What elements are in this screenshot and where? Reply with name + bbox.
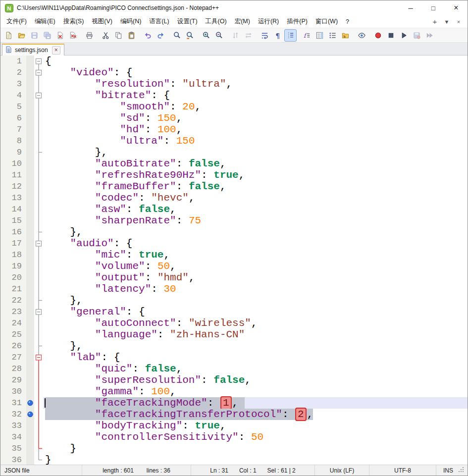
fold-toggle-icon[interactable] — [34, 90, 43, 101]
line-number[interactable]: 2 — [0, 67, 26, 78]
fold-toggle-icon[interactable] — [34, 55, 43, 67]
line-number[interactable]: 1 — [0, 55, 26, 67]
fold-line-cell[interactable] — [34, 204, 43, 215]
code-line[interactable]: }, — [43, 340, 468, 352]
code-line[interactable]: }, — [43, 295, 468, 306]
redo-button[interactable] — [155, 29, 167, 42]
fold-line-cell[interactable] — [34, 295, 43, 306]
document-map-button[interactable] — [313, 29, 326, 42]
fold-line-cell[interactable] — [34, 101, 43, 112]
code-line[interactable]: "bodyTracking": true, — [43, 420, 468, 431]
bookmark-cell[interactable] — [26, 238, 34, 249]
code-line[interactable]: "autoConnect": "wireless", — [43, 317, 468, 329]
menu-edit[interactable]: 编辑(E) — [31, 16, 59, 27]
macro-save-button[interactable] — [411, 29, 423, 42]
line-number[interactable]: 17 — [0, 238, 26, 249]
new-tab-button[interactable]: + — [430, 17, 440, 26]
fold-line-cell[interactable] — [34, 192, 43, 204]
replace-button[interactable] — [184, 29, 196, 42]
line-number[interactable]: 3 — [0, 78, 26, 90]
bookmark-cell[interactable] — [26, 169, 34, 181]
zoom-in-button[interactable] — [200, 29, 212, 42]
code-line[interactable]: "ultra": 150 — [43, 135, 468, 147]
fold-line-cell[interactable] — [34, 409, 43, 420]
code-line[interactable]: } — [43, 443, 468, 454]
bookmark-cell[interactable] — [26, 454, 34, 465]
code-line[interactable]: "sd": 150, — [43, 112, 468, 124]
fold-line-cell[interactable] — [34, 420, 43, 431]
bookmark-cell[interactable] — [26, 124, 34, 135]
menu-plugins[interactable]: 插件(P) — [283, 16, 312, 27]
line-number[interactable]: 4 — [0, 90, 26, 101]
bookmark-cell[interactable] — [26, 386, 34, 397]
code-line[interactable]: "gamma": 100, — [43, 386, 468, 397]
bookmark-cell[interactable] — [26, 352, 34, 363]
fold-line-cell[interactable] — [34, 374, 43, 386]
fold-line-cell[interactable] — [34, 431, 43, 443]
bookmark-icon[interactable] — [26, 397, 34, 409]
line-number[interactable]: 27 — [0, 352, 26, 363]
line-number[interactable]: 25 — [0, 329, 26, 340]
bookmark-cell[interactable] — [26, 295, 34, 306]
line-number[interactable]: 9 — [0, 147, 26, 158]
fold-line-cell[interactable] — [34, 363, 43, 374]
line-number[interactable]: 30 — [0, 386, 26, 397]
line-number[interactable]: 28 — [0, 363, 26, 374]
fold-line-cell[interactable] — [34, 272, 43, 283]
maximize-button[interactable]: □ — [422, 0, 445, 15]
undo-button[interactable] — [142, 29, 154, 42]
bookmark-cell[interactable] — [26, 340, 34, 352]
fold-line-cell[interactable] — [34, 261, 43, 272]
bookmark-cell[interactable] — [26, 272, 34, 283]
code-line[interactable]: { — [43, 55, 468, 67]
fold-line-cell[interactable] — [34, 112, 43, 124]
line-number[interactable]: 29 — [0, 374, 26, 386]
show-all-characters-button[interactable]: ¶ — [271, 29, 284, 42]
line-number[interactable]: 14 — [0, 204, 26, 215]
word-wrap-button[interactable] — [259, 29, 271, 42]
bookmark-cell[interactable] — [26, 158, 34, 169]
line-number[interactable]: 22 — [0, 295, 26, 306]
bookmark-cell[interactable] — [26, 181, 34, 192]
code-line[interactable]: "faceTrackingTransferProtocol": 2, — [43, 409, 468, 420]
function-list-button[interactable]: f — [301, 29, 313, 42]
code-line[interactable]: } — [43, 454, 468, 465]
bookmark-cell[interactable] — [26, 78, 34, 90]
fold-line-cell[interactable] — [34, 283, 43, 295]
fold-toggle-icon[interactable] — [34, 238, 43, 249]
bookmark-cell[interactable] — [26, 283, 34, 295]
bookmark-cell[interactable] — [26, 67, 34, 78]
fold-line-cell[interactable] — [34, 169, 43, 181]
line-number[interactable]: 24 — [0, 317, 26, 329]
macro-run-multiple-button[interactable] — [423, 29, 436, 42]
fold-line-cell[interactable] — [34, 124, 43, 135]
line-number[interactable]: 12 — [0, 181, 26, 192]
code-line[interactable]: "lab": { — [43, 352, 468, 363]
code-line[interactable]: "quic": false, — [43, 363, 468, 374]
bookmark-cell[interactable] — [26, 147, 34, 158]
code-line[interactable]: }, — [43, 147, 468, 158]
code-line[interactable]: "smooth": 20, — [43, 101, 468, 112]
line-number[interactable]: 8 — [0, 135, 26, 147]
code-line[interactable]: "latency": 30 — [43, 283, 468, 295]
bookmark-cell[interactable] — [26, 226, 34, 238]
editor[interactable]: 1{2 "video": {3 "resolution": "ultra",4 … — [0, 55, 468, 465]
menu-view[interactable]: 视图(V) — [88, 16, 116, 27]
fold-line-cell[interactable] — [34, 147, 43, 158]
file-monitoring-button[interactable] — [356, 29, 368, 42]
code-line[interactable]: "language": "zh-Hans-CN" — [43, 329, 468, 340]
close-document-button[interactable]: × — [454, 17, 464, 26]
bookmark-cell[interactable] — [26, 90, 34, 101]
fold-line-cell[interactable] — [34, 181, 43, 192]
fold-line-cell[interactable] — [34, 454, 43, 465]
bookmark-cell[interactable] — [26, 112, 34, 124]
fold-line-cell[interactable] — [34, 317, 43, 329]
fold-line-cell[interactable] — [34, 78, 43, 90]
line-number[interactable]: 36 — [0, 454, 26, 465]
close-all-button[interactable] — [67, 29, 79, 42]
folder-as-workspace-button[interactable] — [339, 29, 352, 42]
code-line[interactable]: "bitrate": { — [43, 90, 468, 101]
bookmark-cell[interactable] — [26, 249, 34, 261]
zoom-out-button[interactable] — [213, 29, 225, 42]
line-number[interactable]: 20 — [0, 272, 26, 283]
